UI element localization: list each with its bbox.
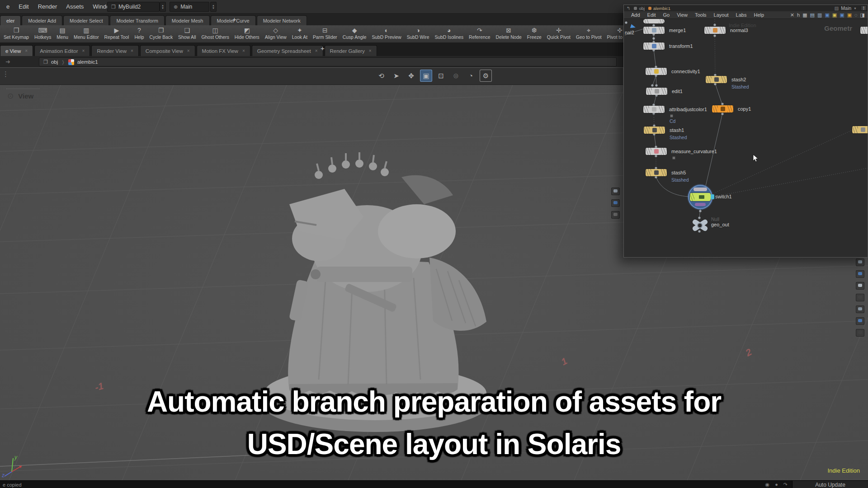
display-grid-icon[interactable] bbox=[856, 305, 864, 313]
pane-tab[interactable]: Render View × bbox=[91, 45, 138, 56]
shelf-tab[interactable]: Modeler Network bbox=[257, 15, 307, 25]
layout-rows-icon[interactable]: ▤ bbox=[810, 12, 815, 18]
tumble-view-icon[interactable]: ⟲ bbox=[375, 70, 387, 82]
find-node-icon[interactable]: ◌ bbox=[854, 12, 858, 18]
path-root[interactable]: obj bbox=[51, 59, 58, 65]
display-options-icon[interactable]: ⚙ bbox=[480, 70, 492, 82]
network-menu-item[interactable]: Layout bbox=[710, 12, 732, 18]
display-misc-icon[interactable] bbox=[856, 329, 864, 337]
snapshot-icon[interactable]: ▣ bbox=[840, 12, 844, 18]
shelf-tab[interactable]: eler bbox=[0, 15, 21, 25]
pane-tab[interactable]: Geometry Spreadsheet × bbox=[252, 45, 323, 56]
tool-help[interactable]: ? Help bbox=[132, 25, 146, 43]
network-canvas[interactable]: Indie Edition Geometr bbox=[624, 19, 868, 257]
tool-parm-slider[interactable]: ⊟ Parm Slider bbox=[310, 25, 340, 43]
network-tools-icon[interactable]: ✕ bbox=[790, 12, 794, 18]
close-icon[interactable]: × bbox=[187, 48, 190, 53]
node-body[interactable] bbox=[646, 169, 667, 176]
pane-tab[interactable]: Render Gallery × bbox=[325, 45, 377, 56]
node-body[interactable] bbox=[644, 127, 665, 134]
node-body[interactable] bbox=[643, 27, 665, 34]
network-menu-item[interactable]: Labs bbox=[732, 12, 750, 18]
toolbar-drag-handle-icon[interactable]: ⋮ bbox=[2, 70, 8, 78]
tool-look-at[interactable]: ✦ Look At bbox=[289, 25, 310, 43]
tool-reference[interactable]: ↷ Reference bbox=[466, 25, 493, 43]
node-body[interactable] bbox=[646, 88, 667, 95]
tool-subd-isolines[interactable]: ◕ SubD Isolines bbox=[432, 25, 467, 43]
persp-toggle-icon[interactable] bbox=[611, 211, 620, 219]
view-selector[interactable]: ⊕ Main bbox=[170, 2, 209, 12]
path-forward-icon[interactable]: ➜ bbox=[5, 58, 10, 65]
overview-icon[interactable]: ◨ bbox=[860, 12, 865, 18]
tool-subd-wire[interactable]: ◑ SubD Wire bbox=[404, 25, 432, 43]
camera-toggle-icon[interactable] bbox=[611, 188, 620, 195]
tool-hotkeys[interactable]: ⌨ Hotkeys bbox=[32, 25, 54, 43]
network-menu-item[interactable]: View bbox=[673, 12, 691, 18]
node-body[interactable] bbox=[646, 68, 667, 75]
shelf-tab[interactable]: Modeler Add bbox=[22, 15, 62, 25]
tool-cycle-back[interactable]: ❐ Cycle Back bbox=[147, 25, 176, 43]
node-body[interactable] bbox=[706, 76, 727, 83]
display-shade-icon[interactable] bbox=[856, 294, 864, 301]
close-icon[interactable]: × bbox=[82, 48, 85, 53]
node-body[interactable] bbox=[852, 126, 868, 133]
add-pane-tab-button[interactable]: + bbox=[316, 44, 329, 53]
tool-cusp-angle[interactable]: ◆ Cusp Angle bbox=[340, 25, 369, 43]
secure-selection-icon[interactable]: ▣ bbox=[420, 70, 432, 82]
pane-tab[interactable]: Animation Editor × bbox=[34, 45, 90, 56]
add-shelf-tab-button[interactable]: + bbox=[228, 15, 241, 24]
display-wire-icon[interactable] bbox=[856, 282, 864, 290]
node-body[interactable] bbox=[704, 27, 726, 34]
desktop-selector[interactable]: ❒ MyBuild2 bbox=[107, 2, 160, 12]
layout-cols-icon[interactable]: ▥ bbox=[817, 12, 822, 18]
display-points-icon[interactable] bbox=[856, 258, 864, 266]
network-tab-obj[interactable]: obj bbox=[634, 6, 645, 11]
pane-tab[interactable]: e View × bbox=[0, 45, 33, 56]
tool-delete-node[interactable]: ⊠ Delete Node bbox=[493, 25, 524, 43]
tool-geo-to-pivot[interactable]: ⌖ Geo to Pivot bbox=[573, 25, 604, 43]
network-node-switch1[interactable]: switch1 bbox=[688, 185, 712, 209]
network-status-icon[interactable]: ● bbox=[775, 482, 778, 488]
shelf-tab[interactable]: Modeler Mesh bbox=[165, 15, 210, 25]
menubar-item[interactable]: Assets bbox=[61, 0, 88, 13]
network-grid-icon[interactable]: ▦ bbox=[802, 12, 807, 18]
select-arrow-icon[interactable]: ➤ bbox=[390, 70, 402, 82]
network-menu-item[interactable]: Tools bbox=[691, 12, 710, 18]
node-body[interactable] bbox=[712, 105, 733, 113]
switch-body[interactable] bbox=[690, 193, 711, 201]
menubar-item[interactable]: e bbox=[2, 0, 14, 13]
close-icon[interactable]: × bbox=[242, 48, 245, 53]
node-body[interactable] bbox=[643, 19, 665, 23]
shelf-tab[interactable]: Modeler Transform bbox=[110, 15, 164, 25]
color-swatch-icon[interactable]: ▣ bbox=[825, 12, 829, 18]
tool-menu[interactable]: ▤ Menu bbox=[54, 25, 71, 43]
palette-icon[interactable]: ▣ bbox=[847, 12, 852, 18]
close-icon[interactable]: × bbox=[25, 48, 28, 53]
pane-tab[interactable]: Composite View × bbox=[140, 45, 195, 56]
tool-quick-pivot[interactable]: ✛ Quick Pivot bbox=[544, 25, 573, 43]
tool-ghost-others[interactable]: ◫ Ghost Others bbox=[199, 25, 232, 43]
close-icon[interactable]: × bbox=[369, 48, 372, 53]
path-node[interactable]: alembic1 bbox=[77, 59, 98, 65]
tool-hide-others[interactable]: ◩ Hide Others bbox=[232, 25, 262, 43]
snap-options-icon[interactable]: ◔ bbox=[465, 70, 477, 82]
menubar-item[interactable]: Render bbox=[33, 0, 62, 13]
panel-spinner[interactable]: ▲▼ bbox=[861, 5, 867, 11]
undo-history-icon[interactable]: ↷ bbox=[783, 482, 788, 488]
menubar-item[interactable]: Edit bbox=[14, 0, 33, 13]
network-menu-item[interactable]: Help bbox=[750, 12, 768, 18]
network-menu-item[interactable]: Edit bbox=[644, 12, 660, 18]
shelf-tab[interactable]: Modeler Select bbox=[63, 15, 109, 25]
tool-align-view[interactable]: ◇ Align View bbox=[262, 25, 289, 43]
switch-output-flag[interactable] bbox=[711, 194, 714, 199]
sticky-note-icon[interactable]: ▣ bbox=[832, 12, 837, 18]
pane-tab[interactable]: Motion FX View × bbox=[197, 45, 250, 56]
display-normals-icon[interactable] bbox=[856, 270, 864, 278]
memory-usage-icon[interactable]: ◉ bbox=[765, 482, 770, 488]
display-snap-icon[interactable] bbox=[856, 317, 864, 325]
back-arrow-icon[interactable]: ↰ bbox=[627, 6, 630, 11]
network-link-selector[interactable]: ▨ Main ▼ bbox=[834, 5, 857, 11]
tool-subd-preview[interactable]: ◐ SubD Preview bbox=[369, 25, 404, 43]
tool-freeze[interactable]: ❆ Freeze bbox=[524, 25, 544, 43]
network-node-geo-out[interactable]: Null geo_out bbox=[690, 216, 709, 234]
